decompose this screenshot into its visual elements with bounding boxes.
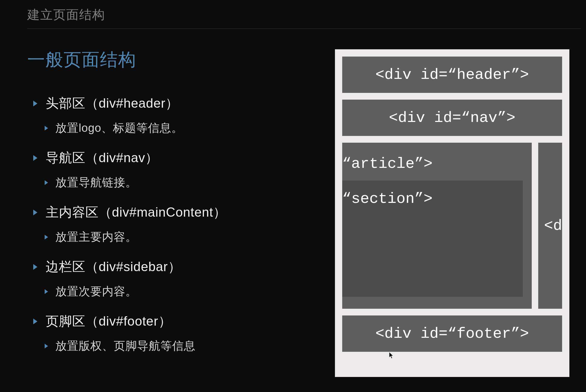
diagram-sidebar-block: <d [538, 143, 562, 309]
list-item-label: 边栏区（div#sidebar） [46, 258, 181, 276]
diagram-header-label: <div id=“header”> [375, 66, 529, 83]
list-subitem: 放置主要内容。 [45, 229, 319, 245]
triangle-bullet-icon [45, 289, 48, 294]
list-subitem-label: 放置次要内容。 [55, 284, 137, 299]
diagram-gap [532, 143, 538, 309]
layout-diagram: <div id=“header”> <div id=“nav”> “articl… [335, 49, 569, 377]
triangle-bullet-icon [33, 155, 37, 161]
triangle-bullet-icon [33, 101, 37, 106]
slide: 建立页面结构 一般页面结构 头部区（div#header） 放置logo、标题等… [0, 0, 586, 392]
list-item: 主内容区（div#mainContent） 放置主要内容。 [33, 204, 319, 245]
list-subitem: 放置logo、标题等信息。 [45, 120, 319, 136]
list-item-label: 页脚区（div#footer） [46, 313, 172, 330]
content-heading: 一般页面结构 [27, 48, 136, 72]
diagram-article-block: “article”> “section”> [342, 143, 532, 309]
triangle-bullet-icon [45, 180, 48, 185]
diagram-sidebar-label: <d [544, 217, 562, 234]
triangle-bullet-icon [45, 344, 48, 348]
list-item: 边栏区（div#sidebar） 放置次要内容。 [33, 258, 319, 299]
list-item-label: 导航区（div#nav） [46, 149, 158, 167]
list-subitem-label: 放置logo、标题等信息。 [55, 120, 183, 136]
bullet-list: 头部区（div#header） 放置logo、标题等信息。 导航区（div#na… [33, 95, 319, 367]
list-subitem: 放置版权、页脚导航等信息 [45, 338, 319, 354]
triangle-bullet-icon [33, 210, 37, 215]
list-item-label: 头部区（div#header） [46, 95, 179, 112]
list-item-label: 主内容区（div#mainContent） [46, 204, 226, 221]
list-subitem: 放置导航链接。 [45, 175, 319, 190]
diagram-section-block: “section”> [342, 181, 523, 297]
list-item: 页脚区（div#footer） 放置版权、页脚导航等信息 [33, 313, 319, 354]
list-subitem-label: 放置版权、页脚导航等信息 [55, 338, 196, 354]
list-item: 头部区（div#header） 放置logo、标题等信息。 [33, 95, 319, 136]
triangle-bullet-icon [45, 235, 48, 239]
diagram-header-block: <div id=“header”> [342, 57, 562, 93]
diagram-article-label: “article”> [342, 155, 433, 172]
slide-title: 建立页面结构 [27, 6, 105, 23]
list-subitem-label: 放置导航链接。 [55, 175, 137, 190]
diagram-footer-label: <div id=“footer”> [375, 325, 529, 342]
diagram-nav-block: <div id=“nav”> [342, 100, 562, 136]
title-underline [27, 29, 581, 29]
triangle-bullet-icon [33, 319, 37, 324]
list-subitem: 放置次要内容。 [45, 284, 319, 299]
diagram-nav-label: <div id=“nav”> [389, 109, 515, 126]
list-subitem-label: 放置主要内容。 [55, 229, 137, 245]
triangle-bullet-icon [33, 264, 37, 270]
diagram-footer-block: <div id=“footer”> [342, 315, 562, 352]
diagram-mid-row: “article”> “section”> <d [342, 143, 562, 309]
list-item: 导航区（div#nav） 放置导航链接。 [33, 149, 319, 190]
diagram-section-label: “section”> [342, 190, 433, 207]
triangle-bullet-icon [45, 126, 48, 130]
